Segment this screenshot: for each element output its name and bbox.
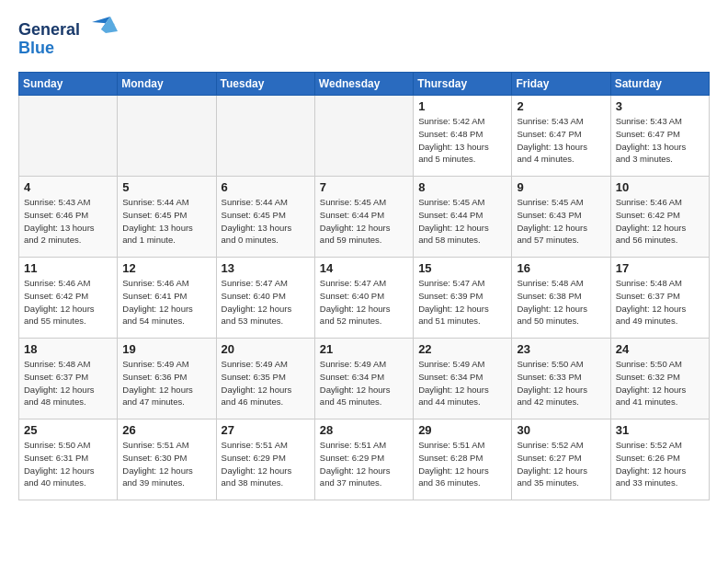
day-number: 19 (122, 342, 210, 356)
day-number: 8 (418, 180, 506, 194)
day-info: Sunrise: 5:45 AM Sunset: 6:44 PM Dayligh… (320, 196, 408, 247)
day-info: Sunrise: 5:44 AM Sunset: 6:45 PM Dayligh… (122, 196, 210, 247)
day-number: 28 (320, 423, 408, 437)
day-number: 20 (222, 342, 310, 356)
day-number: 30 (517, 423, 605, 437)
calendar-cell: 14Sunrise: 5:47 AM Sunset: 6:40 PM Dayli… (314, 258, 413, 339)
day-header-saturday: Saturday (610, 73, 709, 96)
calendar-cell: 25Sunrise: 5:50 AM Sunset: 6:31 PM Dayli… (19, 419, 118, 500)
week-row-4: 18Sunrise: 5:48 AM Sunset: 6:37 PM Dayli… (19, 339, 710, 419)
calendar-cell (216, 96, 314, 177)
day-number: 18 (24, 342, 112, 356)
day-info: Sunrise: 5:42 AM Sunset: 6:48 PM Dayligh… (418, 115, 506, 166)
calendar-cell: 20Sunrise: 5:49 AM Sunset: 6:35 PM Dayli… (216, 339, 314, 419)
day-number: 24 (616, 342, 704, 356)
day-number: 14 (320, 261, 408, 275)
calendar-cell: 10Sunrise: 5:46 AM Sunset: 6:42 PM Dayli… (610, 177, 709, 258)
day-number: 11 (24, 261, 112, 275)
day-number: 7 (320, 180, 408, 194)
day-info: Sunrise: 5:49 AM Sunset: 6:34 PM Dayligh… (320, 358, 408, 408)
day-info: Sunrise: 5:51 AM Sunset: 6:29 PM Dayligh… (222, 439, 310, 489)
day-info: Sunrise: 5:51 AM Sunset: 6:29 PM Dayligh… (320, 439, 408, 489)
calendar-cell: 6Sunrise: 5:44 AM Sunset: 6:45 PM Daylig… (216, 177, 314, 258)
calendar-cell (118, 96, 216, 177)
week-row-1: 1Sunrise: 5:42 AM Sunset: 6:48 PM Daylig… (19, 96, 710, 177)
calendar-cell: 13Sunrise: 5:47 AM Sunset: 6:40 PM Dayli… (216, 258, 314, 339)
day-info: Sunrise: 5:45 AM Sunset: 6:44 PM Dayligh… (418, 196, 506, 247)
day-number: 31 (616, 423, 704, 437)
calendar-body: 1Sunrise: 5:42 AM Sunset: 6:48 PM Daylig… (19, 96, 710, 500)
day-info: Sunrise: 5:43 AM Sunset: 6:46 PM Dayligh… (24, 196, 112, 247)
day-info: Sunrise: 5:48 AM Sunset: 6:37 PM Dayligh… (24, 358, 112, 408)
day-info: Sunrise: 5:46 AM Sunset: 6:42 PM Dayligh… (24, 277, 112, 327)
day-info: Sunrise: 5:51 AM Sunset: 6:30 PM Dayligh… (122, 439, 210, 489)
day-info: Sunrise: 5:46 AM Sunset: 6:42 PM Dayligh… (616, 196, 704, 247)
day-header-monday: Monday (118, 73, 216, 96)
calendar-cell: 29Sunrise: 5:51 AM Sunset: 6:28 PM Dayli… (414, 419, 512, 500)
calendar-cell: 28Sunrise: 5:51 AM Sunset: 6:29 PM Dayli… (314, 419, 413, 500)
calendar-cell: 7Sunrise: 5:45 AM Sunset: 6:44 PM Daylig… (314, 177, 413, 258)
day-number: 15 (418, 261, 506, 275)
day-info: Sunrise: 5:51 AM Sunset: 6:28 PM Dayligh… (418, 439, 506, 489)
svg-text:General: General (18, 20, 80, 39)
day-number: 5 (122, 180, 210, 194)
logo: General Blue (18, 15, 119, 63)
day-number: 10 (616, 180, 704, 194)
day-info: Sunrise: 5:52 AM Sunset: 6:26 PM Dayligh… (616, 439, 704, 489)
day-info: Sunrise: 5:46 AM Sunset: 6:41 PM Dayligh… (122, 277, 210, 327)
day-number: 16 (517, 261, 605, 275)
day-number: 22 (418, 342, 506, 356)
calendar-cell: 16Sunrise: 5:48 AM Sunset: 6:38 PM Dayli… (512, 258, 610, 339)
day-number: 13 (222, 261, 310, 275)
calendar-header: SundayMondayTuesdayWednesdayThursdayFrid… (19, 73, 710, 96)
calendar-cell: 9Sunrise: 5:45 AM Sunset: 6:43 PM Daylig… (512, 177, 610, 258)
day-number: 21 (320, 342, 408, 356)
calendar-cell: 30Sunrise: 5:52 AM Sunset: 6:27 PM Dayli… (512, 419, 610, 500)
calendar-table: SundayMondayTuesdayWednesdayThursdayFrid… (18, 72, 710, 500)
day-info: Sunrise: 5:43 AM Sunset: 6:47 PM Dayligh… (517, 115, 605, 166)
day-number: 6 (222, 180, 310, 194)
calendar-cell: 2Sunrise: 5:43 AM Sunset: 6:47 PM Daylig… (512, 96, 610, 177)
day-number: 4 (24, 180, 112, 194)
calendar-cell: 19Sunrise: 5:49 AM Sunset: 6:36 PM Dayli… (118, 339, 216, 419)
day-info: Sunrise: 5:50 AM Sunset: 6:32 PM Dayligh… (616, 358, 704, 408)
day-info: Sunrise: 5:45 AM Sunset: 6:43 PM Dayligh… (517, 196, 605, 247)
day-info: Sunrise: 5:43 AM Sunset: 6:47 PM Dayligh… (616, 115, 704, 166)
logo-svg: General Blue (18, 15, 119, 59)
day-number: 12 (122, 261, 210, 275)
day-info: Sunrise: 5:44 AM Sunset: 6:45 PM Dayligh… (222, 196, 310, 247)
calendar-cell: 31Sunrise: 5:52 AM Sunset: 6:26 PM Dayli… (610, 419, 709, 500)
calendar-cell: 24Sunrise: 5:50 AM Sunset: 6:32 PM Dayli… (610, 339, 709, 419)
day-info: Sunrise: 5:48 AM Sunset: 6:37 PM Dayligh… (616, 277, 704, 327)
calendar-cell: 11Sunrise: 5:46 AM Sunset: 6:42 PM Dayli… (19, 258, 118, 339)
day-info: Sunrise: 5:49 AM Sunset: 6:35 PM Dayligh… (222, 358, 310, 408)
week-row-5: 25Sunrise: 5:50 AM Sunset: 6:31 PM Dayli… (19, 419, 710, 500)
day-number: 26 (122, 423, 210, 437)
day-info: Sunrise: 5:47 AM Sunset: 6:40 PM Dayligh… (320, 277, 408, 327)
logo-block: General Blue (18, 15, 119, 63)
day-number: 1 (418, 99, 506, 113)
calendar-cell: 23Sunrise: 5:50 AM Sunset: 6:33 PM Dayli… (512, 339, 610, 419)
day-number: 2 (517, 99, 605, 113)
day-info: Sunrise: 5:49 AM Sunset: 6:34 PM Dayligh… (418, 358, 506, 408)
day-header-sunday: Sunday (19, 73, 118, 96)
day-info: Sunrise: 5:47 AM Sunset: 6:40 PM Dayligh… (222, 277, 310, 327)
day-info: Sunrise: 5:50 AM Sunset: 6:31 PM Dayligh… (24, 439, 112, 489)
header: General Blue (18, 15, 710, 63)
calendar-cell: 1Sunrise: 5:42 AM Sunset: 6:48 PM Daylig… (414, 96, 512, 177)
day-number: 3 (616, 99, 704, 113)
calendar-cell: 5Sunrise: 5:44 AM Sunset: 6:45 PM Daylig… (118, 177, 216, 258)
week-row-3: 11Sunrise: 5:46 AM Sunset: 6:42 PM Dayli… (19, 258, 710, 339)
day-number: 25 (24, 423, 112, 437)
calendar-cell: 12Sunrise: 5:46 AM Sunset: 6:41 PM Dayli… (118, 258, 216, 339)
day-info: Sunrise: 5:48 AM Sunset: 6:38 PM Dayligh… (517, 277, 605, 327)
calendar-cell: 3Sunrise: 5:43 AM Sunset: 6:47 PM Daylig… (610, 96, 709, 177)
calendar-cell: 4Sunrise: 5:43 AM Sunset: 6:46 PM Daylig… (19, 177, 118, 258)
day-info: Sunrise: 5:50 AM Sunset: 6:33 PM Dayligh… (517, 358, 605, 408)
calendar-cell: 26Sunrise: 5:51 AM Sunset: 6:30 PM Dayli… (118, 419, 216, 500)
day-header-wednesday: Wednesday (314, 73, 413, 96)
calendar-cell: 17Sunrise: 5:48 AM Sunset: 6:37 PM Dayli… (610, 258, 709, 339)
calendar-cell (19, 96, 118, 177)
calendar-cell: 22Sunrise: 5:49 AM Sunset: 6:34 PM Dayli… (414, 339, 512, 419)
day-info: Sunrise: 5:49 AM Sunset: 6:36 PM Dayligh… (122, 358, 210, 408)
